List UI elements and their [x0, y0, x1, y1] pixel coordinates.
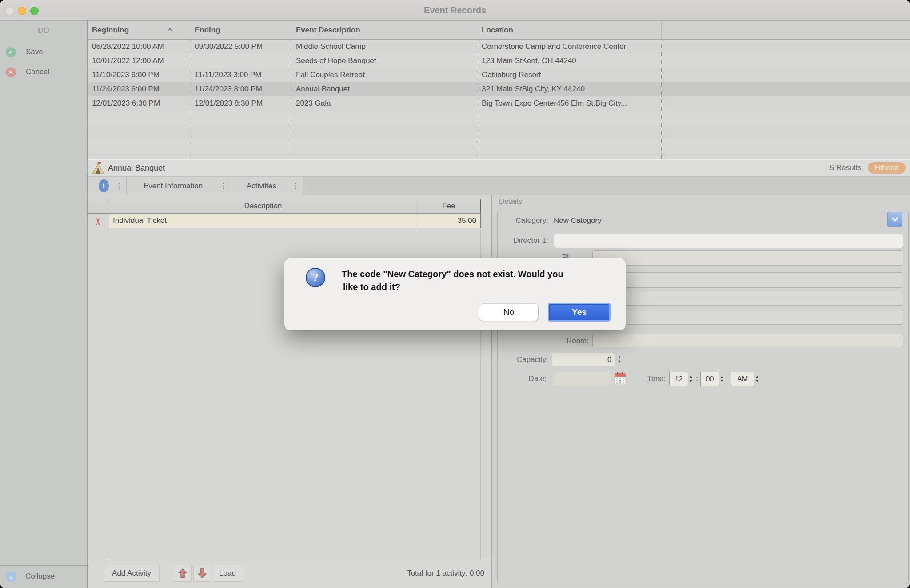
category-dropdown-button[interactable]: [887, 212, 902, 227]
minute-stepper[interactable]: ▲ ▼: [719, 372, 725, 386]
cell-description[interactable]: 2023 Gala: [291, 96, 477, 111]
capacity-field[interactable]: 0: [552, 353, 615, 366]
stepper-down-icon[interactable]: ▼: [618, 360, 622, 364]
stepper-up-icon[interactable]: ▲: [755, 375, 759, 379]
director1-label: Director 1:: [503, 236, 548, 245]
cell-ending[interactable]: 12/01/2023 8:30 PM: [190, 96, 291, 111]
cell-description[interactable]: Fall Couples Retreat: [291, 68, 477, 82]
calendar-icon[interactable]: [614, 372, 626, 385]
time-meridiem-field[interactable]: AM: [731, 372, 754, 386]
stepper-up-icon[interactable]: ▲: [618, 355, 622, 359]
table-row-empty: [88, 139, 910, 153]
date-field[interactable]: [554, 372, 611, 386]
cancel-button[interactable]: ✕ Cancel: [6, 66, 49, 78]
tab-event-information[interactable]: Event Information ⋮: [127, 177, 231, 195]
events-table-body: 06/28/2022 10:00 AM 09/30/2022 5:00 PM M…: [88, 40, 910, 159]
load-button[interactable]: Load: [213, 565, 242, 582]
cell-description[interactable]: Middle School Camp: [291, 40, 477, 54]
activity-fee-cell[interactable]: 35.00: [417, 214, 481, 228]
column-header-fee[interactable]: Fee: [417, 199, 480, 213]
save-label: Save: [26, 48, 43, 56]
collapse-button[interactable]: « Collapse: [6, 571, 55, 582]
minimize-window-icon[interactable]: [18, 7, 26, 15]
cell-beginning[interactable]: 11/10/2023 6:00 PM: [88, 68, 190, 82]
tab-activities[interactable]: Activities ⋮: [231, 177, 303, 195]
column-header-description[interactable]: Event Description: [291, 21, 477, 39]
stepper-down-icon[interactable]: ▼: [755, 379, 759, 383]
cell-description[interactable]: Annual Banquet: [291, 82, 477, 96]
room-field[interactable]: [592, 334, 903, 347]
table-row[interactable]: 10/01/2022 12:00 AM Seeds of Hope Banque…: [88, 54, 910, 68]
column-header-row-actions: [88, 199, 109, 213]
column-header-location[interactable]: Location: [477, 21, 662, 39]
activity-description-cell[interactable]: Individual Ticket: [109, 214, 417, 228]
title-bar: Event Records: [0, 0, 910, 21]
director1-field[interactable]: [554, 234, 903, 248]
cell-beginning[interactable]: 06/28/2022 10:00 AM: [88, 40, 190, 54]
column-header-beginning[interactable]: Beginning ^: [88, 21, 190, 39]
add-activity-button[interactable]: Add Activity: [104, 565, 160, 582]
cell-location[interactable]: Cornerstone Camp and Conference Center: [477, 40, 662, 54]
capacity-label: Capacity:: [503, 355, 548, 364]
category-label: Category:: [503, 216, 548, 225]
detail-field-3[interactable]: [592, 250, 903, 266]
cell-ending[interactable]: 11/11/2023 3:00 PM: [190, 68, 291, 82]
table-row[interactable]: 12/01/2023 6:30 PM 12/01/2023 8:30 PM 20…: [88, 96, 910, 111]
hour-stepper[interactable]: ▲ ▼: [688, 372, 694, 386]
close-window-icon[interactable]: [5, 7, 14, 15]
capacity-stepper[interactable]: ▲ ▼: [616, 353, 623, 366]
cell-ending[interactable]: [190, 54, 291, 68]
cell-description[interactable]: Seeds of Hope Banquet: [291, 54, 477, 68]
column-header-ending[interactable]: Ending: [190, 21, 291, 39]
question-mark-icon: ?: [306, 268, 325, 287]
table-row-empty: [88, 125, 910, 139]
results-count: 5 Results: [830, 163, 862, 172]
kebab-menu-icon[interactable]: ⋮: [115, 181, 123, 191]
no-button[interactable]: No: [479, 304, 538, 321]
window-title: Event Records: [0, 0, 910, 20]
maximize-window-icon[interactable]: [30, 7, 39, 15]
activity-row[interactable]: ✂ Individual Ticket 35.00: [88, 214, 481, 228]
stepper-up-icon[interactable]: ▲: [689, 375, 693, 379]
cell-location[interactable]: Big Town Expo Center456 Elm St.Big City.…: [477, 96, 662, 111]
move-up-button[interactable]: [174, 565, 192, 582]
filtered-badge[interactable]: Filtered: [868, 162, 906, 174]
table-row[interactable]: 11/10/2023 6:00 PM 11/11/2023 3:00 PM Fa…: [88, 68, 910, 82]
activities-panel: Description Fee ✂ Individual Ticket 35.0…: [88, 195, 491, 588]
table-row[interactable]: 06/28/2022 10:00 AM 09/30/2022 5:00 PM M…: [88, 40, 910, 54]
info-tab-cell[interactable]: i ⋮: [88, 177, 127, 195]
time-hour-field[interactable]: 12: [669, 372, 688, 386]
info-icon[interactable]: i: [99, 179, 109, 192]
cell-beginning[interactable]: 12/01/2023 6:30 PM: [88, 96, 190, 111]
details-legend: Details: [499, 197, 522, 206]
cancel-label: Cancel: [26, 68, 49, 76]
table-row-selected[interactable]: 11/24/2023 6:00 PM 11/24/2023 8:00 PM An…: [88, 82, 910, 96]
table-row-empty: [88, 111, 910, 125]
stepper-up-icon[interactable]: ▲: [720, 375, 724, 379]
sidebar-divider: [0, 565, 87, 566]
kebab-menu-icon[interactable]: ⋮: [292, 181, 299, 191]
cell-location[interactable]: Gatlinburg Resort: [477, 68, 662, 82]
cell-ending[interactable]: 11/24/2023 8:00 PM: [190, 82, 291, 96]
yes-button[interactable]: Yes: [548, 303, 611, 322]
kebab-menu-icon[interactable]: ⋮: [220, 181, 227, 191]
save-button[interactable]: ✓ Save: [6, 46, 43, 58]
tent-icon: [92, 161, 104, 175]
delete-activity-button[interactable]: ✂: [88, 214, 109, 228]
cell-location[interactable]: 123 Main StKent, OH 44240: [477, 54, 662, 68]
time-minute-field[interactable]: 00: [700, 372, 719, 386]
cell-beginning[interactable]: 11/24/2023 6:00 PM: [88, 82, 190, 96]
cell-beginning[interactable]: 10/01/2022 12:00 AM: [88, 54, 190, 68]
column-header-activity-description[interactable]: Description: [109, 199, 417, 213]
cell-ending[interactable]: 09/30/2022 5:00 PM: [190, 40, 291, 54]
stepper-down-icon[interactable]: ▼: [720, 379, 724, 383]
chevron-down-icon: [890, 214, 900, 225]
dialog-message: The code "New Category" does not exist. …: [342, 268, 563, 294]
meridiem-stepper[interactable]: ▲ ▼: [754, 372, 760, 386]
move-down-button[interactable]: [193, 565, 211, 582]
record-header-bar: Annual Banquet 5 Results Filtered: [88, 159, 910, 177]
column-header-empty: [662, 21, 910, 39]
cell-location[interactable]: 321 Main StBig City, KY 44240: [477, 82, 662, 96]
dialog-message-line2: like to add it?: [342, 281, 563, 294]
stepper-down-icon[interactable]: ▼: [689, 379, 693, 383]
